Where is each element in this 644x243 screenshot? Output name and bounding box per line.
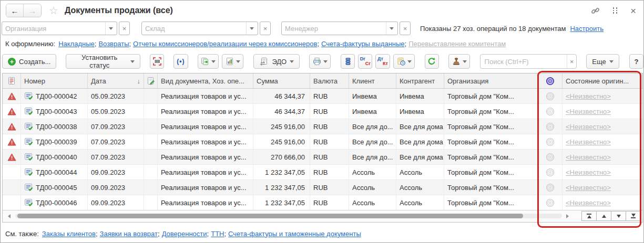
deferred-documents-button[interactable]: [393, 54, 415, 69]
table-row[interactable]: ТД00-000044 09.09.2023 Реализация товаро…: [3, 165, 642, 180]
configure-link[interactable]: Настроить: [570, 25, 604, 33]
table-scrollbar-row: [3, 210, 642, 222]
column-header-sum[interactable]: Сумма: [253, 73, 310, 89]
close-icon[interactable]: ×: [630, 6, 636, 16]
help-button[interactable]: ?: [629, 54, 643, 69]
table-row[interactable]: ТД00-000045 09.09.2023 Реализация товаро…: [3, 180, 642, 195]
original-state-link[interactable]: <Неизвестно>: [566, 123, 611, 131]
scan-barcode-button[interactable]: [150, 54, 164, 69]
document-counterparty: Ассоль: [396, 195, 444, 210]
reports-button[interactable]: [222, 54, 243, 69]
table-row[interactable]: ТД00-000040 07.09.2023 Реализация товаро…: [3, 150, 642, 165]
organization-filter-input[interactable]: [2, 23, 105, 34]
chevron-down-icon[interactable]: [246, 22, 258, 35]
organization-filter-clear-button[interactable]: ×: [119, 22, 130, 35]
table-row[interactable]: ТД00-000039 07.09.2023 Реализация товаро…: [3, 134, 642, 150]
document-type: Реализация товаров и ус...: [158, 89, 253, 104]
warning-icon: [7, 138, 16, 146]
original-state-icon-column-header[interactable]: [538, 73, 563, 89]
table-row[interactable]: ТД00-000046 09.09.2023 Реализация товаро…: [3, 195, 642, 210]
refresh-button[interactable]: [425, 54, 439, 69]
scroll-left-icon[interactable]: [8, 214, 11, 218]
set-status-button[interactable]: Установить статус: [66, 54, 140, 69]
table-row[interactable]: ТД00-000042 05.09.2023 Реализация товаро…: [3, 89, 642, 104]
dr-cr-button[interactable]: DrCr: [358, 54, 372, 69]
search-clear-icon[interactable]: ×: [567, 55, 577, 68]
original-state-link[interactable]: <Неизвестно>: [566, 168, 611, 176]
original-state-link[interactable]: <Неизвестно>: [566, 138, 611, 146]
stamp-button[interactable]: [448, 54, 470, 69]
edo-button[interactable]: ЭДО: [253, 54, 300, 69]
column-header-currency[interactable]: Валюта: [310, 73, 349, 89]
document-client: Инвема: [349, 104, 396, 119]
document-currency: RUB: [310, 180, 349, 195]
original-state-link[interactable]: <Неизвестно>: [566, 108, 611, 115]
print-icon: [312, 57, 322, 66]
column-header-number[interactable]: Номер: [21, 73, 88, 89]
original-state-link[interactable]: <Неизвестно>: [566, 199, 611, 207]
dt-kt-button[interactable]: ДтКт: [375, 54, 390, 69]
original-state-link[interactable]: <Неизвестно>: [566, 184, 611, 192]
table-row[interactable]: ТД00-000038 07.09.2023 Реализация товаро…: [3, 119, 642, 134]
to-process-link[interactable]: Счета-фактуры выданные: [321, 40, 405, 48]
horizontal-scrollbar-track[interactable]: [15, 214, 562, 218]
column-header-doc-type[interactable]: Вид документа, Хоз. опе...: [158, 73, 253, 89]
forward-button[interactable]: →: [24, 4, 41, 17]
more-menu-icon[interactable]: [613, 7, 618, 14]
warehouse-filter-clear-button[interactable]: ×: [260, 22, 271, 35]
quick-filters: × × × Показаны 27 хоз. операций по 18 до…: [1, 20, 643, 36]
see-also-link[interactable]: Доверенности: [162, 230, 207, 238]
document-number: ТД00-000040: [36, 153, 77, 161]
titlebar: ← → ☆ Документы продажи (все) ×: [1, 1, 643, 20]
posted-status-column-header[interactable]: [3, 73, 21, 89]
chevron-down-icon[interactable]: [386, 22, 397, 35]
link-icon[interactable]: [590, 6, 600, 16]
create-button[interactable]: + Создать...: [2, 54, 56, 69]
chevron-down-icon: [609, 60, 614, 63]
create-based-on-button[interactable]: [198, 54, 219, 69]
document-sum: 1 232 347,05: [253, 195, 310, 210]
based-on-column-header[interactable]: [144, 73, 158, 89]
see-also-link[interactable]: Заказы клиентов: [42, 230, 96, 238]
page-up-button[interactable]: [596, 211, 611, 221]
print-button[interactable]: [309, 54, 331, 69]
see-also-row: См. также: Заказы клиентов;Заявки на воз…: [1, 227, 643, 240]
back-button[interactable]: ←: [6, 4, 24, 17]
to-process-link[interactable]: Возвраты: [98, 40, 129, 48]
scroll-right-icon[interactable]: [566, 214, 569, 218]
chevron-down-icon: [323, 60, 328, 63]
chevron-down-icon[interactable]: [105, 22, 117, 35]
document-number: ТД00-000044: [36, 168, 77, 176]
table-row[interactable]: ТД00-000043 05.09.2023 Реализация товаро…: [3, 104, 642, 119]
original-state-link[interactable]: <Неизвестно>: [566, 153, 611, 161]
registry-button[interactable]: [341, 54, 355, 69]
column-header-counterparty[interactable]: Контрагент: [396, 73, 444, 89]
favorite-star-icon[interactable]: ☆: [49, 5, 58, 16]
document-counterparty: Инвема: [396, 104, 444, 119]
manager-filter-input[interactable]: [282, 23, 386, 34]
search-input[interactable]: [481, 58, 567, 66]
original-state-link[interactable]: <Неизвестно>: [566, 92, 611, 100]
to-process-link[interactable]: Отчеты комиссионеров/реализации через ко…: [133, 40, 317, 48]
original-state-icon: [546, 183, 555, 192]
go-to-top-button[interactable]: [581, 211, 597, 221]
list-navigation-buttons: [582, 211, 641, 221]
horizontal-scrollbar-thumb[interactable]: [17, 214, 523, 218]
go-to-bottom-button[interactable]: [626, 211, 641, 221]
see-also-link[interactable]: ТТН: [211, 230, 224, 238]
titlebar-actions: ×: [590, 1, 636, 20]
more-button[interactable]: Еще: [586, 54, 619, 69]
column-header-organization[interactable]: Организация: [444, 73, 538, 89]
page-down-button[interactable]: [611, 211, 626, 221]
document-organization: Торговый дом "Ком...: [444, 134, 538, 150]
see-also-link[interactable]: Заявки на возврат: [100, 230, 158, 238]
to-process-link[interactable]: Накладные: [58, 40, 95, 48]
chevron-down-icon: [236, 60, 240, 63]
column-header-date[interactable]: Дата ↓: [88, 73, 144, 89]
see-also-link[interactable]: Счета-фактуры и таможенные документы: [228, 230, 361, 238]
column-header-client[interactable]: Клиент: [349, 73, 396, 89]
manager-filter-clear-button[interactable]: ×: [400, 22, 411, 35]
rfid-button[interactable]: (•): [173, 54, 188, 69]
warehouse-filter-input[interactable]: [142, 23, 246, 34]
column-header-original-state[interactable]: Состояние оригин...: [563, 73, 642, 89]
